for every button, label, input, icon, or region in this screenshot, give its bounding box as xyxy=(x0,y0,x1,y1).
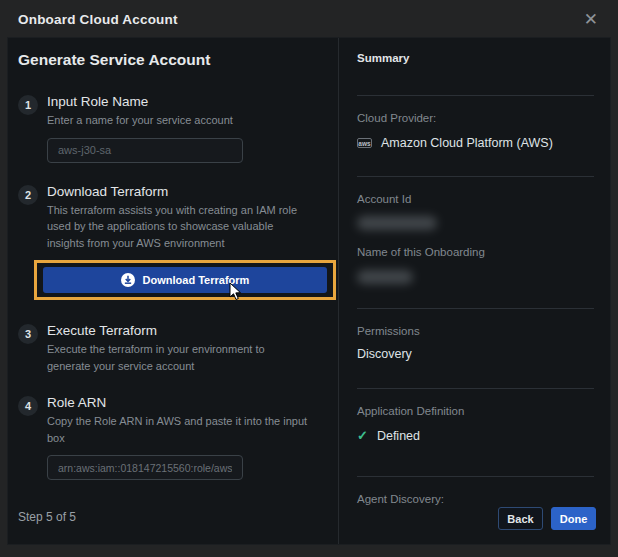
download-icon xyxy=(121,273,135,287)
account-id-redacted-value xyxy=(357,216,437,230)
application-definition-label: Application Definition xyxy=(357,405,594,417)
step-indicator: Step 5 of 5 xyxy=(18,510,76,524)
check-icon: ✓ xyxy=(357,428,368,443)
close-icon[interactable]: ✕ xyxy=(584,11,598,28)
step-description: This terraform assists you with creating… xyxy=(47,202,310,252)
footer-actions: Back Done xyxy=(498,507,596,530)
onboarding-name-redacted-value xyxy=(357,270,413,284)
step-download-terraform: 2 Download Terraform This terraform assi… xyxy=(18,184,338,303)
cloud-provider-value: Amazon Cloud Platform (AWS) xyxy=(381,136,553,150)
divider xyxy=(357,476,594,477)
step-title: Input Role Name xyxy=(47,94,310,109)
cloud-provider-label: Cloud Provider: xyxy=(357,112,594,124)
permissions-label: Permissions xyxy=(357,325,594,337)
modal-title: Onboard Cloud Account xyxy=(18,12,178,27)
divider xyxy=(357,388,594,389)
generate-service-account-section: Generate Service Account 1 Input Role Na… xyxy=(8,38,338,544)
cloud-provider-value-row: aws Amazon Cloud Platform (AWS) xyxy=(357,136,594,150)
done-button[interactable]: Done xyxy=(551,507,596,530)
divider xyxy=(357,308,594,309)
step-number: 2 xyxy=(18,185,38,205)
account-id-label: Account Id xyxy=(357,193,594,205)
agent-discovery-label: Agent Discovery: xyxy=(357,493,594,505)
step-description: Execute the terraform in your environmen… xyxy=(47,341,310,374)
modal-header: Onboard Cloud Account ✕ xyxy=(0,0,618,38)
highlight-annotation-box: Download Terraform xyxy=(34,260,336,300)
download-button-label: Download Terraform xyxy=(143,274,250,286)
role-arn-input[interactable] xyxy=(47,455,243,480)
section-heading: Generate Service Account xyxy=(18,51,338,69)
back-button[interactable]: Back xyxy=(498,507,543,530)
summary-panel: Summary Cloud Provider: aws Amazon Cloud… xyxy=(338,38,610,544)
aws-logo-icon: aws xyxy=(357,138,372,148)
step-description: Enter a name for your service account xyxy=(47,112,310,129)
step-title: Role ARN xyxy=(47,395,310,410)
step-title: Execute Terraform xyxy=(47,323,310,338)
step-number: 4 xyxy=(18,396,38,416)
application-definition-value: Defined xyxy=(377,429,420,443)
summary-heading: Summary xyxy=(357,52,594,64)
step-title: Download Terraform xyxy=(47,184,310,199)
role-name-input[interactable] xyxy=(47,138,243,163)
onboarding-name-label: Name of this Onboarding xyxy=(357,246,594,258)
divider xyxy=(357,95,594,96)
permissions-value: Discovery xyxy=(357,347,594,361)
onboarding-panel: Generate Service Account 1 Input Role Na… xyxy=(8,38,610,544)
step-number: 3 xyxy=(18,324,38,344)
step-number: 1 xyxy=(18,95,38,115)
step-execute-terraform: 3 Execute Terraform Execute the terrafor… xyxy=(18,323,338,374)
step-role-arn: 4 Role ARN Copy the Role ARN in AWS and … xyxy=(18,395,338,480)
divider xyxy=(357,176,594,177)
step-input-role-name: 1 Input Role Name Enter a name for your … xyxy=(18,94,338,163)
download-terraform-button[interactable]: Download Terraform xyxy=(43,267,327,293)
step-description: Copy the Role ARN in AWS and paste it in… xyxy=(47,413,310,446)
application-definition-value-row: ✓ Defined xyxy=(357,428,594,443)
steps-list: 1 Input Role Name Enter a name for your … xyxy=(18,94,338,480)
